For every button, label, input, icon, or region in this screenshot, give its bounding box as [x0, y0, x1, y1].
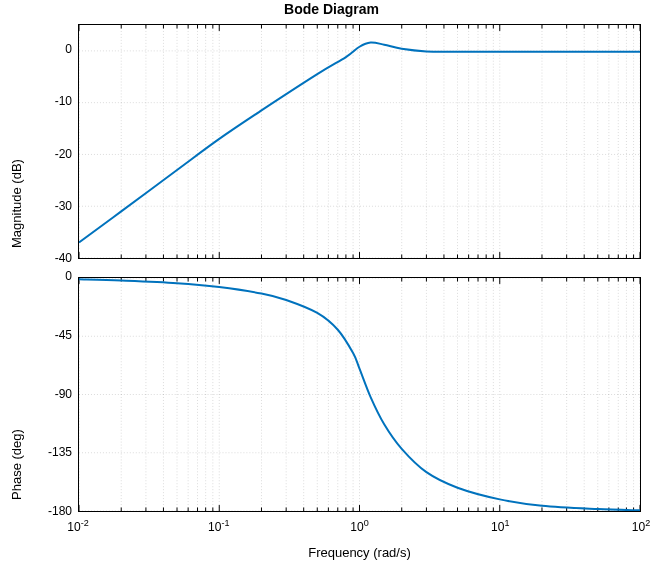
xtick: 102	[623, 518, 659, 534]
magnitude-plot	[78, 24, 641, 259]
mag-ytick: 0	[65, 42, 72, 56]
phase-ytick: 0	[65, 269, 72, 283]
phase-ytick: -90	[55, 387, 72, 401]
mag-ylabel: Magnitude (dB)	[9, 38, 24, 248]
xlabel: Frequency (rad/s)	[78, 545, 641, 560]
phase-canvas	[79, 278, 640, 511]
phase-plot	[78, 277, 641, 512]
xtick: 101	[482, 518, 518, 534]
phase-ytick: -180	[48, 504, 72, 518]
bode-figure: Bode Diagram Magnitude (dB) -40-30-20-10…	[0, 0, 663, 571]
mag-ytick: -20	[55, 147, 72, 161]
xtick: 10-1	[201, 518, 237, 534]
xtick: 100	[342, 518, 378, 534]
magnitude-canvas	[79, 25, 640, 258]
mag-ytick: -10	[55, 94, 72, 108]
mag-ytick: -40	[55, 251, 72, 265]
phase-ylabel: Phase (deg)	[9, 290, 24, 500]
xtick: 10-2	[60, 518, 96, 534]
phase-ytick: -45	[55, 328, 72, 342]
mag-ytick: -30	[55, 199, 72, 213]
figure-title: Bode Diagram	[0, 1, 663, 17]
phase-ytick: -135	[48, 445, 72, 459]
